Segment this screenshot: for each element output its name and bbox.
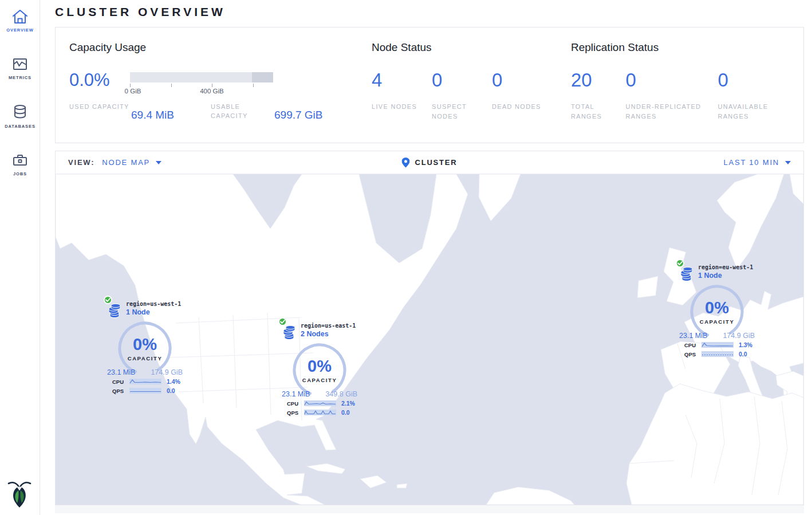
unavailable-ranges-label: UNAVAILABLE RANGES [718,102,803,121]
sidebar-item-metrics[interactable]: METRICS [0,48,40,80]
page-bottom-strip [55,505,804,513]
capacity-usage-title: Capacity Usage [69,41,372,54]
replication-status-title: Replication Status [571,41,803,54]
main-content: CLUSTER OVERVIEW Capacity Usage 0.0% 0 G… [41,5,812,513]
region-capacity-label: CAPACITY [292,377,347,383]
map-view-bar: VIEW: NODE MAP CLUSTER LAST 10 MIN [56,151,803,174]
capacity-usage-section: Capacity Usage 0.0% 0 GiB 400 GiB [69,41,372,143]
qps-value: 0.0 [341,409,350,416]
database-icon [11,103,29,121]
cpu-label: CPU [112,379,129,385]
chevron-down-icon [156,161,161,164]
time-range-dropdown[interactable]: LAST 10 MIN [723,158,791,167]
region-node-count[interactable]: 1 Node [126,308,183,316]
live-nodes-label: LIVE NODES [372,102,432,112]
database-stack-icon [680,267,694,285]
metrics-chart-icon [11,56,29,73]
suspect-nodes-label: SUSPECT NODES [432,102,492,121]
dead-nodes-label: DEAD NODES [492,102,552,112]
database-stack-icon [282,325,297,343]
cpu-value: 1.4% [167,378,180,385]
region-name: region=us-east-1 [301,321,357,329]
suspect-nodes-value: 0 [432,68,492,89]
view-selector-dropdown[interactable]: NODE MAP [102,158,161,167]
under-replicated-ranges-stat: 0 UNDER-REPLICATED RANGES [625,68,718,121]
region-capacity-percent: 0% [689,284,744,316]
region-total-capacity: 349.8 GiB [325,390,357,398]
region-capacity-label: CAPACITY [689,319,744,325]
region-name: region=us-west-1 [126,299,183,307]
time-range-value: LAST 10 MIN [723,158,779,167]
used-capacity-value: 69.4 MiB [131,103,211,121]
region-card-us-west-1[interactable]: region=us-west-1 1 Node 0% CAPACITY 23.1… [107,299,183,394]
qps-sparkline [129,388,161,394]
tick-label-0gib: 0 GiB [125,88,141,95]
capacity-bar-ticks [130,84,273,88]
total-ranges-value: 20 [571,68,625,89]
chevron-down-icon [785,161,791,164]
unavailable-ranges-stat: 0 UNAVAILABLE RANGES [718,68,803,121]
region-capacity-percent: 0% [117,321,172,353]
region-capacity-percent: 0% [292,343,347,375]
qps-value: 0.0 [167,387,175,394]
sidebar-item-label: JOBS [0,171,40,176]
world-node-map: region=us-west-1 1 Node 0% CAPACITY 23.1… [56,174,803,505]
qps-label: QPS [684,351,701,357]
home-icon [11,8,29,25]
sidebar-item-databases[interactable]: DATABASES [0,95,40,129]
capacity-usage-bar [130,72,273,82]
region-name: region=eu-west-1 [698,262,755,270]
page-title: CLUSTER OVERVIEW [55,5,804,19]
cluster-summary-panel: Capacity Usage 0.0% 0 GiB 400 GiB [55,27,804,143]
total-ranges-label: TOTAL RANGES [571,102,625,121]
live-nodes-stat: 4 LIVE NODES [372,68,432,121]
dead-nodes-stat: 0 DEAD NODES [492,68,552,121]
cockroachdb-logo [7,481,31,510]
node-status-title: Node Status [372,41,571,54]
cpu-label: CPU [684,342,701,348]
breadcrumb-cluster[interactable]: CLUSTER [402,158,458,168]
node-map-panel: VIEW: NODE MAP CLUSTER LAST 10 MIN [55,151,804,505]
under-replicated-ranges-value: 0 [625,68,718,89]
node-status-section: Node Status 4 LIVE NODES 0 SUSPECT NODES… [372,41,571,143]
region-capacity-label: CAPACITY [117,355,172,361]
used-capacity-label: USED CAPACITY [69,103,131,121]
cpu-sparkline [304,400,336,406]
green-check-icon [278,317,287,326]
region-card-eu-west-1[interactable]: region=eu-west-1 1 Node 0% CAPACITY 23.1… [679,262,755,357]
green-check-icon [104,296,112,304]
qps-value: 0.0 [739,351,747,357]
sidebar-item-label: METRICS [0,75,40,80]
sidebar: OVERVIEW METRICS DATABASES [0,0,40,515]
sidebar-item-overview[interactable]: OVERVIEW [0,0,40,33]
qps-label: QPS [287,410,304,416]
qps-label: QPS [112,388,129,394]
sidebar-item-label: OVERVIEW [0,27,40,33]
green-check-icon [676,259,684,268]
region-used-capacity: 23.1 MiB [282,390,310,398]
view-label: VIEW: [68,158,94,167]
tick-label-400gib: 400 GiB [200,88,224,95]
region-used-capacity: 23.1 MiB [107,368,135,376]
qps-sparkline [304,410,336,415]
sidebar-item-jobs[interactable]: JOBS [0,144,40,176]
briefcase-icon [11,152,29,169]
cpu-label: CPU [287,400,304,407]
cpu-value: 2.1% [341,400,355,407]
region-total-capacity: 174.9 GiB [723,332,755,340]
view-selector-value: NODE MAP [102,158,150,167]
total-ranges-stat: 20 TOTAL RANGES [571,68,625,121]
qps-sparkline [701,351,734,357]
breadcrumb-cluster-label: CLUSTER [415,158,458,167]
region-used-capacity: 23.1 MiB [679,332,707,340]
live-nodes-value: 4 [372,68,432,89]
unavailable-ranges-value: 0 [718,68,803,89]
usable-capacity-value: 699.7 GiB [274,103,323,121]
region-node-count[interactable]: 1 Node [698,272,755,280]
capacity-used-percent: 0.0% [69,68,130,96]
map-pin-icon [402,158,410,168]
region-card-us-east-1[interactable]: region=us-east-1 2 Nodes 0% CAPACITY 23.… [282,321,357,416]
cpu-sparkline [129,379,161,384]
sidebar-item-label: DATABASES [0,124,40,129]
region-node-count[interactable]: 2 Nodes [301,330,357,338]
